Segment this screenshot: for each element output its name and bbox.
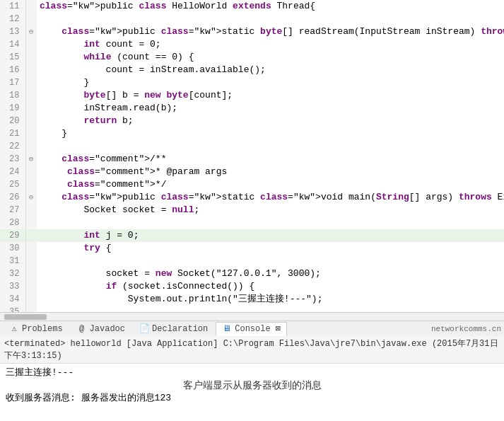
line-number: 33 [0, 280, 25, 293]
line-code: class="comment">* @param args [37, 166, 504, 178]
line-number: 35 [0, 306, 25, 312]
line-code: Socket socket = null; [37, 204, 504, 217]
table-row: 20 return b; [0, 115, 504, 127]
table-row: 18 byte[] b = new byte[count]; [0, 89, 504, 102]
console-icon: 🖥 [222, 324, 232, 334]
line-number: 19 [0, 102, 25, 115]
tab-console[interactable]: 🖥 Console ⊠ [216, 322, 287, 336]
line-arrow [25, 64, 37, 76]
line-code: } [37, 127, 504, 140]
table-row: 21 } [0, 127, 504, 140]
line-arrow [25, 178, 37, 191]
line-arrow [25, 255, 37, 267]
line-code: class="comment">/** [37, 153, 504, 166]
line-number: 16 [0, 64, 25, 76]
line-arrow: ⊖ [25, 25, 37, 38]
line-code: socket = new Socket("127.0.0.1", 3000); [37, 267, 504, 280]
table-row: 32 socket = new Socket("127.0.0.1", 3000… [0, 267, 504, 280]
line-arrow [25, 229, 37, 242]
line-number: 22 [0, 140, 25, 153]
console-area: <terminated> helloworld [Java Applicatio… [0, 336, 504, 421]
line-arrow [25, 306, 37, 312]
line-arrow [25, 115, 37, 127]
line-arrow [25, 280, 37, 293]
line-code: int count = 0; [37, 38, 504, 51]
line-number: 29 [0, 229, 25, 242]
line-number: 24 [0, 166, 25, 178]
line-number: 27 [0, 204, 25, 217]
table-row: 15 while (count == 0) { [0, 51, 504, 64]
table-row: 28 [0, 217, 504, 229]
line-arrow [25, 51, 37, 64]
line-code: int j = 0; [37, 229, 504, 242]
line-code [37, 306, 504, 312]
table-row: 27 Socket socket = null; [0, 204, 504, 217]
console-output: 三握主连接!--- 客户端显示从服务器收到的消息 收到服务器消息: 服务器发出的… [0, 364, 504, 421]
table-row: 13⊖ class="kw">public class="kw">static … [0, 25, 504, 38]
tab-problems[interactable]: ⚠ Problems [3, 322, 69, 336]
line-number: 34 [0, 293, 25, 306]
line-number: 14 [0, 38, 25, 51]
table-row: 16 count = inStream.available(); [0, 64, 504, 76]
line-number: 18 [0, 89, 25, 102]
line-code: } [37, 76, 504, 89]
line-code: class="kw">public class HelloWorld exten… [37, 0, 504, 13]
line-number: 20 [0, 115, 25, 127]
tab-declaration[interactable]: 📄 Declaration [133, 322, 214, 336]
line-code: return b; [37, 115, 504, 127]
line-number: 17 [0, 76, 25, 89]
line-arrow: ⊖ [25, 191, 37, 204]
line-code [37, 255, 504, 267]
line-number: 21 [0, 127, 25, 140]
console-line-3: 客户端显示从服务器收到的消息 [6, 379, 498, 392]
tab-javadoc[interactable]: @ Javadoc [71, 322, 131, 336]
line-arrow [25, 102, 37, 115]
line-number: 15 [0, 51, 25, 64]
table-row: 22 [0, 140, 504, 153]
tab-declaration-label: Declaration [152, 324, 208, 334]
line-number: 13 [0, 25, 25, 38]
bottom-tabs: ⚠ Problems @ Javadoc 📄 Declaration 🖥 Con… [0, 321, 504, 336]
line-code: class="kw">public class="kw">static byte… [37, 25, 504, 38]
table-row: 34 System.out.println("三握主连接!---"); [0, 293, 504, 306]
problems-icon: ⚠ [9, 324, 19, 334]
line-code: byte[] b = new byte[count]; [37, 89, 504, 102]
line-arrow [25, 76, 37, 89]
table-row: 19 inStream.read(b); [0, 102, 504, 115]
javadoc-icon: @ [77, 324, 87, 334]
table-row: 25 class="comment">*/ [0, 178, 504, 191]
console-line-1: 三握主连接!--- [6, 367, 498, 379]
line-code [37, 13, 504, 25]
line-number: 12 [0, 13, 25, 25]
table-row: 31 [0, 255, 504, 267]
editor-area: 11class="kw">public class HelloWorld ext… [0, 0, 504, 321]
line-arrow [25, 38, 37, 51]
line-number: 30 [0, 242, 25, 255]
line-arrow [25, 166, 37, 178]
console-line-5: 收到服务器消息: 服务器发出的消息123 [6, 392, 498, 405]
line-number: 32 [0, 267, 25, 280]
table-row: 35 [0, 306, 504, 312]
scrollbar-thumb[interactable] [4, 314, 47, 320]
line-arrow [25, 89, 37, 102]
terminated-line: <terminated> helloworld [Java Applicatio… [4, 339, 498, 361]
table-row: 11class="kw">public class HelloWorld ext… [0, 0, 504, 13]
table-row: 33 if (socket.isConnected()) { [0, 280, 504, 293]
code-scroll[interactable]: 11class="kw">public class HelloWorld ext… [0, 0, 504, 312]
declaration-icon: 📄 [139, 324, 149, 334]
line-arrow [25, 267, 37, 280]
line-code: try { [37, 242, 504, 255]
horizontal-scrollbar[interactable] [0, 312, 504, 321]
console-header: <terminated> helloworld [Java Applicatio… [0, 336, 504, 364]
tab-network: networkcomms.cn [431, 325, 501, 333]
line-number: 31 [0, 255, 25, 267]
line-arrow: ⊖ [25, 153, 37, 166]
line-arrow [25, 204, 37, 217]
tab-problems-label: Problems [22, 324, 63, 334]
tab-console-label: Console ⊠ [235, 323, 281, 334]
line-code: count = inStream.available(); [37, 64, 504, 76]
line-arrow [25, 217, 37, 229]
line-code: System.out.println("三握主连接!---"); [37, 293, 504, 306]
line-code [37, 140, 504, 153]
line-number: 11 [0, 0, 25, 13]
